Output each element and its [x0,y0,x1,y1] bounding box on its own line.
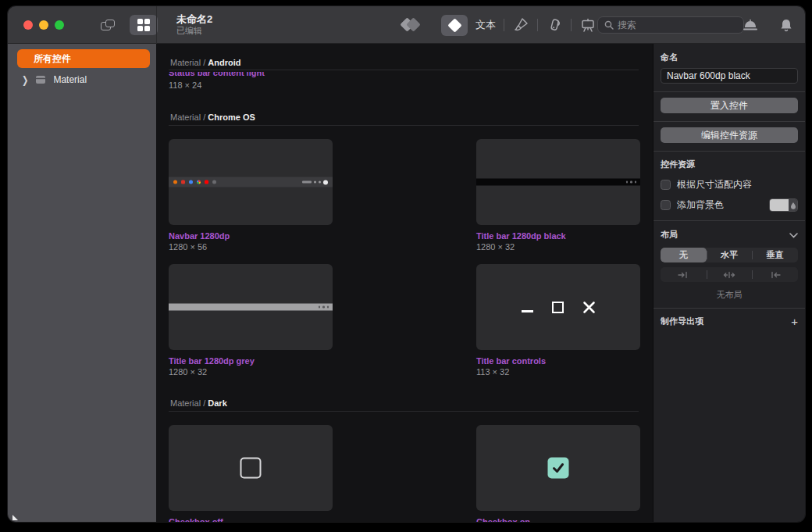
resources-section-label: 控件资源 [661,159,798,170]
insert-component-tool-button[interactable] [441,15,468,36]
color-swatch[interactable] [770,199,789,211]
inspector-panel: 命名 置入控件 编辑控件资源 控件资源 根据尺寸适配内容 添加背景色 布局 [653,44,805,522]
component-label-clipped[interactable]: Status bar content light [169,72,403,79]
canvas-view-button[interactable] [94,15,122,35]
section-header-android: Material / Android [170,58,240,67]
window-resize-grip[interactable] [12,515,18,520]
sidebar: 所有控件 ❯ Material [8,44,156,522]
document-name: 未命名2 [176,14,212,26]
toolbar-divider [537,19,538,31]
add-export-button[interactable]: + [791,316,798,327]
arrange-left-to-right-option[interactable] [661,267,707,282]
color-picker-icon[interactable] [789,199,797,211]
document-status: 已编辑 [176,26,212,36]
minimize-window-button[interactable] [39,20,48,30]
search-input[interactable]: 搜索 [597,16,744,34]
export-section-label: 制作导出项 [661,316,703,327]
app-dot-icon [212,180,216,184]
component-card-checkbox-off[interactable] [169,425,333,511]
layout-direction-segmented-control: 无 水平 垂直 [661,248,798,262]
component-name[interactable]: Title bar 1280dp black [476,231,566,241]
chevron-right-icon[interactable]: ❯ [22,74,28,85]
sidebar-item-label: Material [53,74,87,85]
checkbox-on-icon [548,458,569,479]
artboard-easel-icon[interactable] [579,16,597,34]
titlebar-divider [156,6,157,44]
component-card-navbar-1280dp[interactable] [169,139,333,225]
window-controls [23,20,64,30]
navbar-thumbnail [169,177,333,187]
insert-component-button[interactable]: 置入控件 [661,98,798,113]
name-section-label: 命名 [661,52,798,63]
component-card-checkbox-on[interactable] [476,425,640,511]
minimize-icon [522,310,533,312]
arrange-center-out-option[interactable] [707,267,753,282]
component-size: 118 × 24 [169,80,201,90]
section-prefix: Material / [170,112,205,122]
section-title: Chrome OS [208,112,255,122]
layout-horizontal-option[interactable]: 水平 [707,248,753,262]
status-dot [314,181,316,184]
section-header-chromeos: Material / Chrome OS [170,112,255,122]
layout-vertical-option[interactable]: 垂直 [752,248,798,262]
status-text [302,181,312,184]
background-color-well[interactable] [769,198,798,212]
edit-component-source-button[interactable]: 编辑控件资源 [661,127,798,143]
zoom-window-button[interactable] [55,20,64,30]
publish-dome-icon[interactable] [741,16,760,34]
layout-arrange-segmented-control [661,267,798,282]
component-size: 1280 × 56 [169,242,207,252]
app-dot-icon [197,180,201,184]
window-controls-thumbnail [476,264,640,350]
layout-none-option[interactable]: 无 [661,248,707,262]
mirror-device-icon[interactable] [546,16,563,34]
component-card-titlebar-grey[interactable] [169,264,333,350]
app-dot-icon [173,180,177,184]
navbar-status-area [302,180,328,184]
style-brush-icon[interactable] [512,16,529,34]
component-card-titlebar-black[interactable] [476,139,640,225]
control-dot [319,306,321,309]
sidebar-item-all-components[interactable]: 所有控件 [17,49,150,68]
layout-section-label: 布局 [661,229,678,241]
close-window-button[interactable] [23,20,33,30]
fit-content-checkbox[interactable] [661,180,671,190]
control-dot [322,306,325,309]
component-name[interactable]: Title bar controls [476,356,546,366]
overlapping-windows-icon [101,20,115,30]
toolbar-divider [504,19,504,31]
chevron-down-icon[interactable] [789,227,798,241]
search-placeholder: 搜索 [618,19,636,32]
app-window: 未命名2 已编辑 文本 [8,6,805,522]
component-name[interactable]: Checkbox off [169,517,223,522]
grid-icon [137,19,150,31]
component-name[interactable]: Checkbox on [476,517,530,522]
components-view-button[interactable] [130,15,158,35]
section-header-dark: Material / Dark [170,398,227,408]
arrange-right-to-left-option[interactable] [752,267,798,282]
component-size: 113 × 32 [476,367,509,377]
fit-content-label: 根据尺寸适配内容 [677,178,752,191]
section-divider [169,125,639,126]
control-dot [626,181,629,184]
component-name-input[interactable] [661,68,798,84]
component-card-titlebar-controls[interactable] [476,264,640,350]
components-library-icon[interactable] [402,19,421,31]
section-prefix: Material / [170,398,205,408]
status-dot [319,181,321,184]
component-name[interactable]: Navbar 1280dp [169,231,230,241]
avatar [323,180,328,184]
document-title: 未命名2 已编辑 [176,14,212,36]
no-layout-status: 无布局 [661,289,798,301]
titlebar-grey-thumbnail [169,304,333,311]
section-prefix: Material / [170,58,205,67]
component-name[interactable]: Title bar 1280dp grey [169,356,255,366]
close-x-icon [582,301,596,314]
component-box-icon [34,74,47,85]
notifications-bell-icon[interactable] [778,16,794,34]
text-tool-button[interactable]: 文本 [475,18,496,32]
add-background-checkbox[interactable] [661,200,671,210]
sidebar-item-material[interactable]: ❯ Material [22,74,156,85]
section-divider [169,70,639,70]
section-title: Dark [208,398,226,408]
